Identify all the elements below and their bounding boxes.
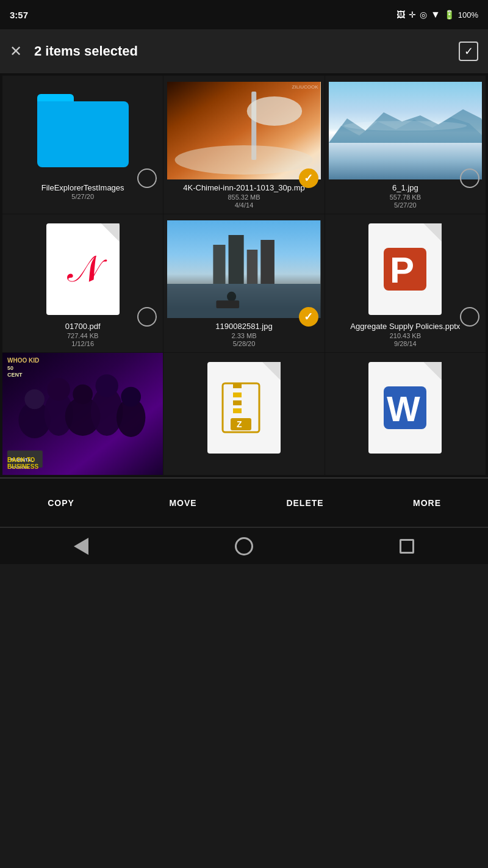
move-button[interactable]: MOVE [122, 479, 244, 527]
acrobat-icon: 𝒩 [68, 248, 98, 291]
docx-icon: W [368, 362, 442, 454]
battery-icon: 🔋 [444, 10, 454, 20]
file-name: 1190082581.jpg [215, 322, 272, 331]
svg-rect-12 [261, 240, 275, 284]
sync-icon: ◎ [420, 10, 427, 20]
select-circle[interactable] [137, 307, 157, 327]
svg-rect-33 [233, 383, 242, 388]
file-date: 5/27/20 [71, 193, 94, 200]
svg-rect-9 [214, 245, 226, 284]
back-button[interactable] [66, 531, 96, 562]
pptx-icon-wrap: P [329, 220, 482, 318]
zip-symbol: Z [220, 380, 268, 435]
copy-button[interactable]: COPY [0, 479, 122, 527]
svg-point-26 [73, 385, 93, 405]
list-item[interactable]: 6_1.jpg 557.78 KB 5/27/20 [325, 76, 486, 214]
selection-title: 2 items selected [34, 43, 447, 59]
file-date: 1/12/16 [71, 340, 94, 347]
list-item[interactable]: Z [163, 353, 324, 475]
album-title: BACK TO [7, 457, 158, 463]
svg-point-14 [227, 292, 236, 302]
svg-rect-34 [233, 392, 242, 397]
file-size: 855.32 MB [228, 193, 260, 201]
svg-point-25 [47, 378, 70, 400]
list-item[interactable]: 1190082581.jpg 2.33 MB 5/28/20 [163, 214, 324, 352]
svg-point-24 [24, 389, 45, 410]
svg-point-3 [175, 145, 313, 175]
thumbnail: ZILIUCOOK [167, 82, 320, 179]
zip-icon: Z [207, 362, 281, 454]
powerpoint-logo: P [381, 245, 429, 294]
back-icon [74, 538, 88, 555]
pdf-icon-wrap: 𝒩 [6, 220, 159, 318]
svg-text:Z: Z [237, 419, 242, 429]
navigation-bar [0, 527, 488, 564]
folder-icon-wrap [6, 82, 159, 179]
thumbnail: PARENTAL ADVISORY WHOO KID 50 CENT BACK … [2, 353, 163, 475]
pdf-icon: 𝒩 [46, 223, 120, 315]
bottom-action-bar: COPY MOVE DELETE MORE [0, 478, 488, 527]
select-circle[interactable] [460, 307, 479, 327]
thumbnail [329, 82, 482, 179]
action-bar: ✕ 2 items selected [0, 29, 488, 73]
recent-icon [400, 539, 414, 554]
list-item[interactable]: PARENTAL ADVISORY WHOO KID 50 CENT BACK … [2, 353, 163, 475]
svg-point-28 [121, 387, 141, 407]
svg-rect-15 [217, 300, 240, 308]
list-item[interactable]: P Aggregate Supply Policies.pptx 210.43 … [325, 214, 486, 352]
select-circle[interactable] [460, 168, 479, 188]
delete-button[interactable]: DELETE [244, 479, 366, 527]
album-subtitle: BUSINESS [7, 463, 158, 470]
watermark: ZILIUCOOK [292, 84, 318, 90]
select-all-button[interactable] [459, 42, 478, 61]
file-date: 9/28/14 [394, 340, 417, 347]
file-size: 2.33 MB [232, 332, 257, 339]
more-button[interactable]: MORE [366, 479, 488, 527]
svg-point-2 [247, 96, 302, 126]
file-name: 4K-Chimei-inn-2011-1013_30p.mp [183, 183, 304, 192]
close-button[interactable]: ✕ [10, 43, 22, 60]
svg-point-7 [344, 121, 467, 131]
zip-icon-wrap: Z [167, 359, 320, 457]
file-size: 210.43 KB [390, 332, 421, 339]
home-button[interactable] [229, 531, 259, 562]
folder-icon [37, 94, 129, 167]
status-bar: 3:57 🖼 ✛ ◎ ▼ 🔋 100% [0, 0, 488, 29]
file-size: 727.44 KB [67, 332, 98, 339]
file-date: 5/28/20 [233, 340, 256, 347]
svg-point-27 [95, 374, 118, 397]
svg-rect-10 [229, 235, 244, 284]
select-circle[interactable] [299, 307, 318, 327]
location-icon: ✛ [409, 10, 416, 20]
svg-text:W: W [387, 389, 420, 429]
file-grid: FileExplorerTestImages 5/27/20 [0, 73, 488, 477]
album-artist: WHOO KID [7, 356, 39, 365]
list-item[interactable]: ZILIUCOOK 4K-Chimei-inn-2011-1013_30p.mp… [163, 76, 324, 214]
svg-rect-35 [233, 400, 242, 405]
list-item[interactable]: W [325, 353, 486, 475]
select-circle[interactable] [299, 168, 318, 188]
file-size: 557.78 KB [390, 193, 421, 201]
select-circle[interactable] [137, 168, 157, 188]
status-time: 3:57 [10, 10, 28, 20]
svg-rect-36 [233, 408, 242, 413]
list-item[interactable]: 𝒩 01700.pdf 727.44 KB 1/12/16 [2, 214, 163, 352]
album-cent: CENT [7, 372, 39, 378]
file-name: Aggregate Supply Policies.pptx [350, 322, 460, 331]
photo-icon: 🖼 [396, 10, 405, 20]
battery-percentage: 100% [458, 10, 478, 20]
svg-text:P: P [390, 250, 414, 291]
file-name: 01700.pdf [65, 322, 101, 331]
svg-rect-13 [167, 284, 320, 318]
word-logo: W [381, 383, 429, 432]
file-name: FileExplorerTestImages [41, 183, 124, 192]
folder-body [37, 101, 129, 167]
list-item[interactable]: FileExplorerTestImages 5/27/20 [2, 76, 163, 214]
status-icons: 🖼 ✛ ◎ ▼ 🔋 100% [396, 9, 478, 20]
album-feature: 50 [7, 365, 39, 372]
recent-button[interactable] [392, 531, 422, 562]
thumbnail [167, 220, 320, 318]
file-name: 6_1.jpg [392, 183, 418, 192]
pptx-icon: P [368, 223, 442, 315]
wifi-icon: ▼ [431, 9, 440, 20]
